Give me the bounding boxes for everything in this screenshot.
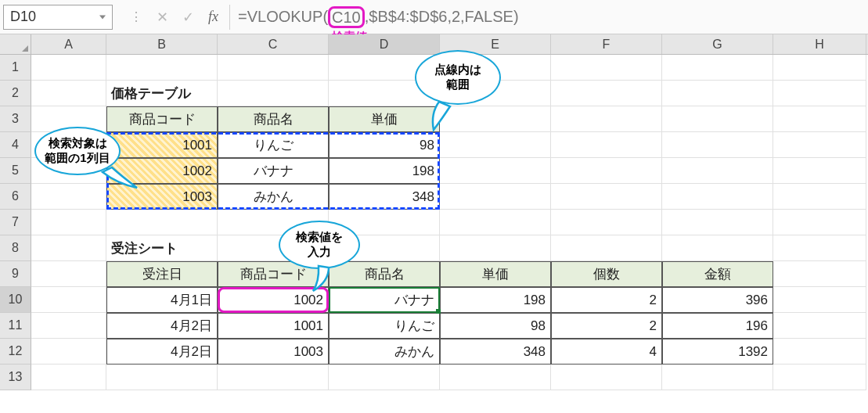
cell[interactable] (551, 365, 662, 390)
select-all-corner[interactable] (0, 34, 31, 54)
check-icon[interactable]: ✓ (182, 9, 194, 26)
cell[interactable] (773, 132, 866, 158)
cell[interactable] (440, 365, 551, 390)
cell[interactable]: 商品名 (218, 106, 329, 132)
cell[interactable] (551, 210, 662, 235)
cell[interactable] (662, 210, 773, 235)
cell[interactable] (440, 132, 551, 158)
cell[interactable] (218, 365, 329, 390)
cell[interactable] (106, 55, 218, 81)
cell[interactable] (218, 81, 329, 106)
fx-icon[interactable]: fx (208, 9, 218, 25)
cell[interactable]: 1392 (662, 339, 773, 365)
cell[interactable] (662, 365, 773, 390)
cell[interactable] (662, 81, 773, 106)
cell[interactable] (662, 106, 773, 132)
cell[interactable] (31, 55, 106, 81)
cell[interactable] (31, 210, 106, 235)
cell[interactable] (773, 313, 866, 339)
row-header[interactable]: 10 (0, 287, 31, 313)
formula-input[interactable]: =VLOOKUP(C10,$B$4:$D$6,2,FALSE) 検索値 (229, 5, 868, 30)
cell[interactable] (773, 55, 866, 81)
cell[interactable]: 商品名 (329, 261, 440, 287)
cell[interactable] (773, 184, 866, 210)
cell[interactable] (662, 132, 773, 158)
cell[interactable] (551, 81, 662, 106)
col-header-B[interactable]: B (106, 34, 218, 54)
cell[interactable] (440, 235, 551, 261)
cell[interactable] (551, 158, 662, 184)
cell[interactable]: 196 (662, 313, 773, 339)
cell[interactable] (551, 106, 662, 132)
cell[interactable] (31, 235, 106, 261)
col-header-D[interactable]: D (329, 34, 440, 54)
row-header[interactable]: 2 (0, 81, 31, 106)
cell[interactable] (440, 210, 551, 235)
cell[interactable]: 受注日 (106, 261, 218, 287)
cell[interactable] (551, 235, 662, 261)
cell[interactable]: 個数 (551, 261, 662, 287)
cell[interactable]: 1003 (106, 184, 218, 210)
cancel-icon[interactable]: ✕ (157, 9, 168, 26)
cell[interactable] (31, 313, 106, 339)
cell[interactable]: バナナ (329, 287, 440, 313)
cell[interactable] (551, 184, 662, 210)
cell[interactable]: バナナ (218, 158, 329, 184)
cell[interactable] (551, 55, 662, 81)
cell[interactable]: 198 (440, 287, 551, 313)
cell[interactable]: 2 (551, 313, 662, 339)
row-header[interactable]: 7 (0, 210, 31, 235)
cell[interactable]: 1002 (106, 158, 218, 184)
cell[interactable] (218, 55, 329, 81)
cell[interactable]: りんご (218, 132, 329, 158)
cell[interactable] (31, 287, 106, 313)
cell[interactable] (106, 210, 218, 235)
row-header[interactable]: 1 (0, 55, 31, 81)
cell[interactable] (773, 158, 866, 184)
cell[interactable]: 単価 (329, 106, 440, 132)
cell[interactable]: 1001 (218, 313, 329, 339)
cell[interactable]: 4月2日 (106, 313, 218, 339)
cell[interactable]: 98 (440, 313, 551, 339)
cell[interactable]: 価格テーブル (106, 81, 218, 106)
cell[interactable] (106, 365, 218, 390)
cell[interactable] (440, 106, 551, 132)
cell[interactable]: 1001 (106, 132, 218, 158)
cell[interactable] (773, 81, 866, 106)
cell[interactable] (662, 235, 773, 261)
cell[interactable] (31, 81, 106, 106)
cell[interactable]: 348 (440, 339, 551, 365)
cell[interactable]: 396 (662, 287, 773, 313)
row-header[interactable]: 5 (0, 158, 31, 184)
cell[interactable]: 金額 (662, 261, 773, 287)
cell[interactable] (773, 261, 866, 287)
cell[interactable] (31, 184, 106, 210)
cell[interactable] (551, 132, 662, 158)
row-header[interactable]: 13 (0, 365, 31, 390)
cell[interactable] (440, 158, 551, 184)
name-box[interactable]: D10 (3, 5, 113, 30)
cell[interactable] (773, 235, 866, 261)
cell[interactable]: 98 (329, 132, 440, 158)
cell[interactable] (662, 184, 773, 210)
cell[interactable]: りんご (329, 313, 440, 339)
cell[interactable] (773, 287, 866, 313)
col-header-H[interactable]: H (773, 34, 866, 54)
cell[interactable] (773, 365, 866, 390)
cell[interactable] (773, 106, 866, 132)
cell[interactable]: 2 (551, 287, 662, 313)
row-header[interactable]: 3 (0, 106, 31, 132)
row-header[interactable]: 11 (0, 313, 31, 339)
col-header-G[interactable]: G (662, 34, 773, 54)
cell[interactable]: 348 (329, 184, 440, 210)
cell[interactable]: 商品コード (106, 106, 218, 132)
cell[interactable] (662, 55, 773, 81)
cell[interactable] (329, 365, 440, 390)
cell[interactable]: 単価 (440, 261, 551, 287)
cell[interactable]: 1002 (218, 287, 329, 313)
cell[interactable]: 受注シート (106, 235, 218, 261)
cell[interactable]: 1003 (218, 339, 329, 365)
cell[interactable] (773, 339, 866, 365)
cell[interactable] (773, 210, 866, 235)
row-header[interactable]: 8 (0, 235, 31, 261)
